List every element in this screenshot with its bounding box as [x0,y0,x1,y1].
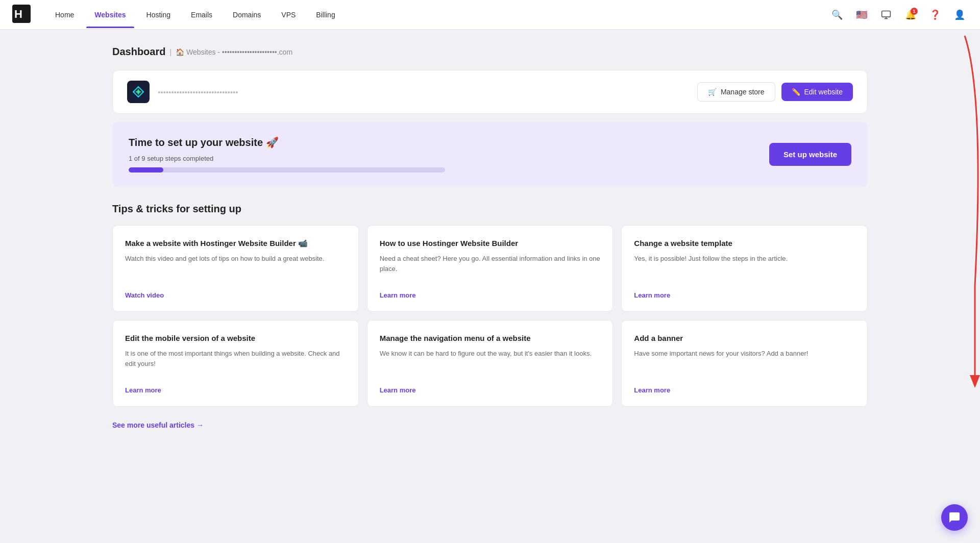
tip-card-3-desc: Yes, it is possible! Just follow the ste… [634,254,855,264]
see-more-articles-link[interactable]: See more useful articles → [112,421,204,429]
tips-section-title: Tips & tricks for setting up [112,203,868,215]
main-content: Dashboard | 🏠 Websites - •••••••••••••••… [0,30,980,460]
search-icon[interactable]: 🔍 [829,7,845,23]
logo[interactable]: H [12,5,47,25]
setup-website-button[interactable]: Set up website [769,143,851,166]
breadcrumb-separator: | [169,48,172,56]
tip-card-6-link[interactable]: Learn more [634,386,855,394]
edit-icon: ✏️ [792,88,800,96]
setup-banner-left: Time to set up your website 🚀 1 of 9 set… [129,136,445,172]
nav-billing[interactable]: Billing [308,7,343,23]
nav-actions: 🔍 🇺🇸 🔔 1 ❓ 👤 [829,7,968,23]
tip-card-4-title: Edit the mobile version of a website [125,333,346,343]
tip-card-5-desc: We know it can be hard to figure out the… [380,349,601,359]
nav-home[interactable]: Home [47,7,82,23]
help-icon[interactable]: ❓ [927,7,943,23]
main-navigation: H Home Websites Hosting Emails Domains V… [0,0,980,30]
svg-rect-2 [882,11,891,17]
breadcrumb-title: Dashboard [112,46,165,58]
tip-card-1-title: Make a website with Hostinger Website Bu… [125,238,346,249]
language-flag-icon[interactable]: 🇺🇸 [853,7,870,23]
home-icon: 🏠 [176,48,184,56]
setup-steps-text: 1 of 9 setup steps completed [129,155,445,162]
tip-card-6-desc: Have some important news for your visito… [634,349,855,359]
notifications-icon[interactable]: 🔔 1 [902,7,919,23]
store-icon[interactable] [878,7,894,23]
nav-websites[interactable]: Websites [86,7,134,23]
nav-domains[interactable]: Domains [225,7,269,23]
tip-card-1-link[interactable]: Watch video [125,291,346,299]
nav-emails[interactable]: Emails [183,7,220,23]
progress-bar-fill [129,167,163,172]
breadcrumb-path: 🏠 Websites - ••••••••••••••••••••••.com [176,48,292,56]
nav-hosting[interactable]: Hosting [138,7,179,23]
tip-card-5: Manage the navigation menu of a website … [367,320,614,407]
nav-vps[interactable]: VPS [273,7,304,23]
tip-card-6: Add a banner Have some important news fo… [621,320,868,407]
svg-text:H: H [14,8,22,20]
tip-card-2-link[interactable]: Learn more [380,291,601,299]
manage-store-button[interactable]: 🛒 Manage store [697,82,775,102]
tip-card-2-desc: Need a cheat sheet? Here you go. All ess… [380,254,601,274]
tip-card-1-desc: Watch this video and get lots of tips on… [125,254,346,264]
tips-grid-row-2: Edit the mobile version of a website It … [112,320,868,407]
breadcrumb: Dashboard | 🏠 Websites - •••••••••••••••… [112,46,868,58]
nav-links: Home Websites Hosting Emails Domains VPS… [47,7,829,23]
chat-button[interactable] [941,504,968,531]
website-header-card: •••••••••••••••••••••••••••••• 🛒 Manage … [112,70,868,114]
website-actions: 🛒 Manage store ✏️ Edit website [697,82,853,102]
tip-card-5-link[interactable]: Learn more [380,386,601,394]
tips-grid-row-1: Make a website with Hostinger Website Bu… [112,225,868,312]
tip-card-5-title: Manage the navigation menu of a website [380,333,601,343]
progress-bar-background [129,167,445,172]
cart-icon: 🛒 [708,88,717,96]
website-logo [127,81,150,103]
tip-card-3-link[interactable]: Learn more [634,291,855,299]
tip-card-4: Edit the mobile version of a website It … [112,320,359,407]
tip-card-4-link[interactable]: Learn more [125,386,346,394]
tip-card-3-title: Change a website template [634,238,855,249]
breadcrumb-path-text: Websites - ••••••••••••••••••••••.com [186,48,292,56]
tip-card-3: Change a website template Yes, it is pos… [621,225,868,312]
website-info: •••••••••••••••••••••••••••••• [127,81,238,103]
tip-card-2-title: How to use Hostinger Website Builder [380,238,601,249]
notification-badge: 1 [911,8,918,15]
edit-website-button[interactable]: ✏️ Edit website [781,83,853,101]
tip-card-1: Make a website with Hostinger Website Bu… [112,225,359,312]
user-profile-icon[interactable]: 👤 [951,7,968,23]
website-name: •••••••••••••••••••••••••••••• [158,88,238,96]
tip-card-6-title: Add a banner [634,333,855,343]
tip-card-4-desc: It is one of the most important things w… [125,349,346,368]
setup-banner: Time to set up your website 🚀 1 of 9 set… [112,122,868,187]
setup-banner-title: Time to set up your website 🚀 [129,136,445,149]
tip-card-2: How to use Hostinger Website Builder Nee… [367,225,614,312]
